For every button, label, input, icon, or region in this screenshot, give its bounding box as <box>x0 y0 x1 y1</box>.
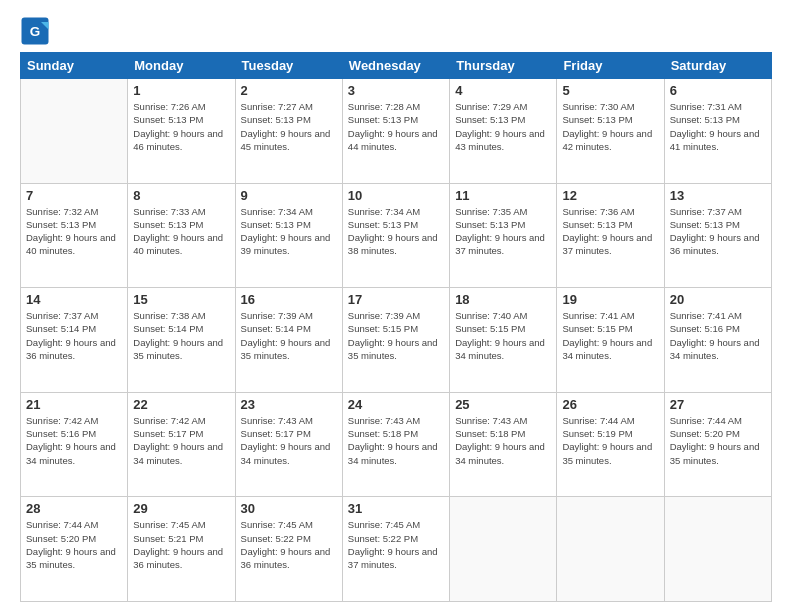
col-sunday: Sunday <box>21 53 128 79</box>
day-number: 10 <box>348 188 444 203</box>
day-number: 18 <box>455 292 551 307</box>
day-number: 6 <box>670 83 766 98</box>
col-saturday: Saturday <box>664 53 771 79</box>
cell-info: Sunrise: 7:37 AMSunset: 5:13 PMDaylight:… <box>670 206 760 257</box>
table-row: 6 Sunrise: 7:31 AMSunset: 5:13 PMDayligh… <box>664 79 771 184</box>
cell-info: Sunrise: 7:34 AMSunset: 5:13 PMDaylight:… <box>241 206 331 257</box>
day-number: 16 <box>241 292 337 307</box>
day-number: 9 <box>241 188 337 203</box>
day-number: 12 <box>562 188 658 203</box>
table-row: 31 Sunrise: 7:45 AMSunset: 5:22 PMDaylig… <box>342 497 449 602</box>
table-row: 28 Sunrise: 7:44 AMSunset: 5:20 PMDaylig… <box>21 497 128 602</box>
cell-info: Sunrise: 7:41 AMSunset: 5:15 PMDaylight:… <box>562 310 652 361</box>
cell-info: Sunrise: 7:27 AMSunset: 5:13 PMDaylight:… <box>241 101 331 152</box>
cell-info: Sunrise: 7:30 AMSunset: 5:13 PMDaylight:… <box>562 101 652 152</box>
day-number: 29 <box>133 501 229 516</box>
cell-info: Sunrise: 7:33 AMSunset: 5:13 PMDaylight:… <box>133 206 223 257</box>
calendar-week-row: 28 Sunrise: 7:44 AMSunset: 5:20 PMDaylig… <box>21 497 772 602</box>
svg-text:G: G <box>30 24 41 39</box>
day-number: 30 <box>241 501 337 516</box>
cell-info: Sunrise: 7:34 AMSunset: 5:13 PMDaylight:… <box>348 206 438 257</box>
table-row: 30 Sunrise: 7:45 AMSunset: 5:22 PMDaylig… <box>235 497 342 602</box>
day-number: 13 <box>670 188 766 203</box>
table-row: 8 Sunrise: 7:33 AMSunset: 5:13 PMDayligh… <box>128 183 235 288</box>
table-row: 7 Sunrise: 7:32 AMSunset: 5:13 PMDayligh… <box>21 183 128 288</box>
logo: G <box>20 16 54 46</box>
day-number: 27 <box>670 397 766 412</box>
col-friday: Friday <box>557 53 664 79</box>
day-number: 15 <box>133 292 229 307</box>
table-row: 15 Sunrise: 7:38 AMSunset: 5:14 PMDaylig… <box>128 288 235 393</box>
cell-info: Sunrise: 7:43 AMSunset: 5:18 PMDaylight:… <box>455 415 545 466</box>
cell-info: Sunrise: 7:40 AMSunset: 5:15 PMDaylight:… <box>455 310 545 361</box>
cell-info: Sunrise: 7:42 AMSunset: 5:17 PMDaylight:… <box>133 415 223 466</box>
table-row <box>21 79 128 184</box>
table-row: 26 Sunrise: 7:44 AMSunset: 5:19 PMDaylig… <box>557 392 664 497</box>
day-number: 8 <box>133 188 229 203</box>
day-number: 28 <box>26 501 122 516</box>
cell-info: Sunrise: 7:44 AMSunset: 5:19 PMDaylight:… <box>562 415 652 466</box>
cell-info: Sunrise: 7:28 AMSunset: 5:13 PMDaylight:… <box>348 101 438 152</box>
table-row: 23 Sunrise: 7:43 AMSunset: 5:17 PMDaylig… <box>235 392 342 497</box>
table-row: 2 Sunrise: 7:27 AMSunset: 5:13 PMDayligh… <box>235 79 342 184</box>
logo-icon: G <box>20 16 50 46</box>
cell-info: Sunrise: 7:45 AMSunset: 5:22 PMDaylight:… <box>348 519 438 570</box>
day-number: 17 <box>348 292 444 307</box>
day-number: 31 <box>348 501 444 516</box>
cell-info: Sunrise: 7:26 AMSunset: 5:13 PMDaylight:… <box>133 101 223 152</box>
table-row: 4 Sunrise: 7:29 AMSunset: 5:13 PMDayligh… <box>450 79 557 184</box>
cell-info: Sunrise: 7:29 AMSunset: 5:13 PMDaylight:… <box>455 101 545 152</box>
table-row: 5 Sunrise: 7:30 AMSunset: 5:13 PMDayligh… <box>557 79 664 184</box>
table-row: 9 Sunrise: 7:34 AMSunset: 5:13 PMDayligh… <box>235 183 342 288</box>
day-number: 11 <box>455 188 551 203</box>
cell-info: Sunrise: 7:37 AMSunset: 5:14 PMDaylight:… <box>26 310 116 361</box>
col-wednesday: Wednesday <box>342 53 449 79</box>
cell-info: Sunrise: 7:31 AMSunset: 5:13 PMDaylight:… <box>670 101 760 152</box>
calendar-table: Sunday Monday Tuesday Wednesday Thursday… <box>20 52 772 602</box>
calendar-week-row: 7 Sunrise: 7:32 AMSunset: 5:13 PMDayligh… <box>21 183 772 288</box>
table-row: 3 Sunrise: 7:28 AMSunset: 5:13 PMDayligh… <box>342 79 449 184</box>
table-row <box>664 497 771 602</box>
cell-info: Sunrise: 7:43 AMSunset: 5:18 PMDaylight:… <box>348 415 438 466</box>
col-thursday: Thursday <box>450 53 557 79</box>
day-number: 5 <box>562 83 658 98</box>
table-row: 11 Sunrise: 7:35 AMSunset: 5:13 PMDaylig… <box>450 183 557 288</box>
table-row: 19 Sunrise: 7:41 AMSunset: 5:15 PMDaylig… <box>557 288 664 393</box>
cell-info: Sunrise: 7:38 AMSunset: 5:14 PMDaylight:… <box>133 310 223 361</box>
table-row: 18 Sunrise: 7:40 AMSunset: 5:15 PMDaylig… <box>450 288 557 393</box>
cell-info: Sunrise: 7:45 AMSunset: 5:21 PMDaylight:… <box>133 519 223 570</box>
calendar-week-row: 21 Sunrise: 7:42 AMSunset: 5:16 PMDaylig… <box>21 392 772 497</box>
table-row: 14 Sunrise: 7:37 AMSunset: 5:14 PMDaylig… <box>21 288 128 393</box>
table-row: 22 Sunrise: 7:42 AMSunset: 5:17 PMDaylig… <box>128 392 235 497</box>
day-number: 21 <box>26 397 122 412</box>
table-row: 27 Sunrise: 7:44 AMSunset: 5:20 PMDaylig… <box>664 392 771 497</box>
cell-info: Sunrise: 7:42 AMSunset: 5:16 PMDaylight:… <box>26 415 116 466</box>
col-tuesday: Tuesday <box>235 53 342 79</box>
calendar-week-row: 1 Sunrise: 7:26 AMSunset: 5:13 PMDayligh… <box>21 79 772 184</box>
table-row: 13 Sunrise: 7:37 AMSunset: 5:13 PMDaylig… <box>664 183 771 288</box>
table-row: 24 Sunrise: 7:43 AMSunset: 5:18 PMDaylig… <box>342 392 449 497</box>
day-number: 3 <box>348 83 444 98</box>
table-row: 16 Sunrise: 7:39 AMSunset: 5:14 PMDaylig… <box>235 288 342 393</box>
table-row: 29 Sunrise: 7:45 AMSunset: 5:21 PMDaylig… <box>128 497 235 602</box>
cell-info: Sunrise: 7:36 AMSunset: 5:13 PMDaylight:… <box>562 206 652 257</box>
day-number: 23 <box>241 397 337 412</box>
cell-info: Sunrise: 7:45 AMSunset: 5:22 PMDaylight:… <box>241 519 331 570</box>
cell-info: Sunrise: 7:44 AMSunset: 5:20 PMDaylight:… <box>670 415 760 466</box>
day-number: 20 <box>670 292 766 307</box>
page: G Sunday Monday Tuesday Wednesday Thursd… <box>0 0 792 612</box>
day-number: 19 <box>562 292 658 307</box>
cell-info: Sunrise: 7:39 AMSunset: 5:15 PMDaylight:… <box>348 310 438 361</box>
cell-info: Sunrise: 7:44 AMSunset: 5:20 PMDaylight:… <box>26 519 116 570</box>
table-row: 12 Sunrise: 7:36 AMSunset: 5:13 PMDaylig… <box>557 183 664 288</box>
table-row: 10 Sunrise: 7:34 AMSunset: 5:13 PMDaylig… <box>342 183 449 288</box>
table-row: 21 Sunrise: 7:42 AMSunset: 5:16 PMDaylig… <box>21 392 128 497</box>
col-monday: Monday <box>128 53 235 79</box>
table-row <box>450 497 557 602</box>
table-row: 25 Sunrise: 7:43 AMSunset: 5:18 PMDaylig… <box>450 392 557 497</box>
calendar-header-row: Sunday Monday Tuesday Wednesday Thursday… <box>21 53 772 79</box>
day-number: 24 <box>348 397 444 412</box>
cell-info: Sunrise: 7:41 AMSunset: 5:16 PMDaylight:… <box>670 310 760 361</box>
cell-info: Sunrise: 7:43 AMSunset: 5:17 PMDaylight:… <box>241 415 331 466</box>
cell-info: Sunrise: 7:32 AMSunset: 5:13 PMDaylight:… <box>26 206 116 257</box>
